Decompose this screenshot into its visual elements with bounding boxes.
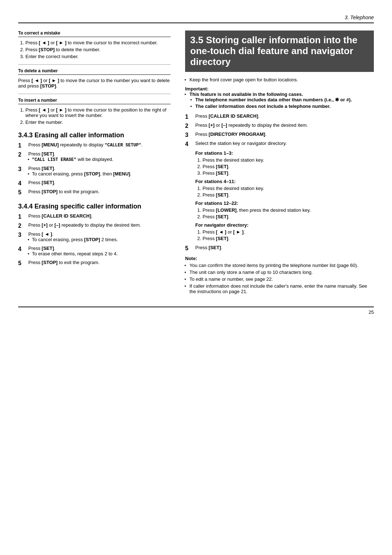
imp-bullet-1: This feature is not available in the fol…: [189, 92, 374, 109]
key-set-final: [SET]: [209, 245, 221, 250]
s13-step-1: Press the desired station key.: [203, 157, 374, 163]
left-column: To correct a mistake Press [ ◄ ] or [ ► …: [18, 31, 171, 296]
intro-bullet-1: Keep the front cover page open for butto…: [189, 77, 374, 82]
correct-mistake-step-3: Enter the correct number.: [25, 54, 171, 59]
sub-bullet-344-4: To erase other items, repeat steps 2 to …: [28, 251, 171, 256]
step-344-num-1: 1: [18, 213, 25, 220]
page-footer: 25: [18, 307, 374, 315]
navigator-dir-label: For navigator directory:: [195, 222, 374, 228]
heading-343: 3.4.3 Erasing all caller information: [18, 131, 171, 139]
insert-number-label: To insert a number: [18, 98, 171, 104]
stations-4-11-block: For stations 4–11: Press the desired sta…: [185, 179, 374, 198]
key-stop-6: [STOP]: [42, 260, 58, 265]
key-left-1: [ ◄ ]: [39, 40, 49, 45]
step-35-num-3: 3: [185, 131, 192, 138]
key-caller-id-2: [CALLER ID SEARCH]: [209, 113, 258, 119]
key-left-2: [ ◄ ]: [32, 78, 42, 83]
step-35-content-3: Press [DIRECTORY PROGRAM].: [195, 131, 374, 137]
stations-1-3-steps: Press the desired station key. Press [SE…: [195, 157, 374, 176]
key-set-2: [SET]: [42, 166, 54, 171]
dash-list: The telephone number includes data other…: [189, 97, 374, 109]
sub-344-4-1: To erase other items, repeat steps 2 to …: [32, 251, 171, 256]
step-content-4: Press [SET].: [28, 180, 171, 185]
s1222-step-1: Press [LOWER], then press the desired st…: [203, 207, 374, 213]
key-set-nav: [SET]: [216, 236, 228, 241]
step-344-num-2: 2: [18, 222, 25, 229]
step-343-1: 1 Press [MENU] repeatedly to display "CA…: [18, 142, 171, 149]
step-35-content-5: Press [SET].: [195, 245, 374, 250]
sub-bullet-3-1: To cancel erasing, press [STOP], then [M…: [32, 171, 171, 177]
heading-35-text: 3.5 Storing caller information into the …: [190, 35, 358, 67]
key-left-4: [ ◄ ]: [42, 231, 52, 237]
nav-step-1: Press [ ◄ ] or [ ► ].: [203, 229, 374, 235]
key-minus-2: [–]: [221, 122, 227, 128]
code-call-list: "CALL LIST ERASE": [32, 157, 76, 162]
step-content-5: Press [STOP] to exit the program.: [28, 189, 171, 194]
insert-step-1: Press [ ◄ ] or [ ► ] to move the cursor …: [25, 107, 171, 118]
stations-4-11-label: For stations 4–11:: [195, 179, 374, 184]
step-content-3: Press [SET]. To cancel erasing, press [S…: [28, 166, 171, 178]
key-lower: [LOWER]: [216, 207, 237, 213]
sub-bullet-2-1: "CALL LIST ERASE" will be displayed.: [32, 157, 171, 162]
step-num-2: 2: [18, 151, 25, 158]
s411-step-2: Press [SET].: [203, 192, 374, 198]
key-set-4: [SET]: [42, 246, 54, 251]
navigator-dir-block: For navigator directory: Press [ ◄ ] or …: [185, 222, 374, 241]
key-set-1: [SET]: [42, 151, 54, 157]
note-bullet-1: You can confirm the stored items by prin…: [189, 263, 374, 268]
step-35-content-1: Press [CALLER ID SEARCH].: [195, 113, 374, 119]
dash-item-1: The telephone number includes data other…: [195, 97, 374, 102]
intro-bullets: Keep the front cover page open for butto…: [185, 77, 374, 82]
step-35-1: 1 Press [CALLER ID SEARCH].: [185, 113, 374, 120]
step-344-3: 3 Press [ ◄ ]. To cancel erasing, press …: [18, 231, 171, 243]
step-344-4: 4 Press [SET]. To erase other items, rep…: [18, 246, 171, 258]
step-343-5: 5 Press [STOP] to exit the program.: [18, 189, 171, 196]
correct-mistake-steps: Press [ ◄ ] or [ ► ] to move the cursor …: [18, 40, 171, 59]
stations-12-22-steps: Press [LOWER], then press the desired st…: [195, 207, 374, 219]
step-344-content-1: Press [CALLER ID SEARCH].: [28, 213, 171, 219]
step-num-4: 4: [18, 180, 25, 187]
stations-1-3-block: For stations 1–3: Press the desired stat…: [185, 150, 374, 176]
key-set-3: [SET]: [42, 180, 54, 185]
heading-35: 3.5 Storing caller information into the …: [185, 31, 374, 72]
sub-bullet-3: To cancel erasing, press [STOP], then [M…: [28, 171, 171, 177]
step-344-content-2: Press [+] or [–] repeatedly to display t…: [28, 222, 171, 228]
important-block: Important: This feature is not available…: [185, 86, 374, 109]
step-344-content-4: Press [SET]. To erase other items, repea…: [28, 246, 171, 258]
correct-mistake-label: To correct a mistake: [18, 31, 171, 37]
step-35-num-1: 1: [185, 113, 192, 120]
step-num-5: 5: [18, 189, 25, 196]
step-344-num-4: 4: [18, 246, 25, 252]
navigator-dir-steps: Press [ ◄ ] or [ ► ]. Press [SET].: [195, 229, 374, 241]
section-343: 3.4.3 Erasing all caller information 1 P…: [18, 131, 171, 196]
insert-number-steps: Press [ ◄ ] or [ ► ] to move the cursor …: [18, 107, 171, 125]
step-35-4: 4 Select the station key or navigator di…: [185, 141, 374, 147]
note-bullet-2: The unit can only store a name of up to …: [189, 270, 374, 275]
insert-step-2: Enter the number.: [25, 119, 171, 125]
note-bullets: You can confirm the stored items by prin…: [185, 263, 374, 294]
right-column: 3.5 Storing caller information into the …: [185, 31, 374, 296]
sub-bullet-2: "CALL LIST ERASE" will be displayed.: [28, 157, 171, 162]
page-number: 25: [369, 309, 374, 315]
step-343-3: 3 Press [SET]. To cancel erasing, press …: [18, 166, 171, 178]
note-bullet-3: To edit a name or number, see page 22.: [189, 276, 374, 282]
step-num-1: 1: [18, 142, 25, 149]
delete-number-text: Press [ ◄ ] or [ ► ] to move the cursor …: [18, 78, 171, 89]
key-stop-4: [STOP]: [42, 189, 58, 194]
step-344-1: 1 Press [CALLER ID SEARCH].: [18, 213, 171, 220]
delete-number-label: To delete a number: [18, 68, 171, 75]
step-344-5: 5 Press [STOP] to exit the program.: [18, 260, 171, 267]
stations-12-22-label: For stations 12–22:: [195, 200, 374, 206]
important-bullets: This feature is not available in the fol…: [185, 92, 374, 109]
page-header: 3. Telephone: [18, 15, 374, 23]
key-right-2: [ ► ]: [49, 78, 59, 83]
header-title: 3. Telephone: [345, 15, 374, 20]
note-label: Note:: [185, 256, 197, 261]
s13-step-3: Press [SET].: [203, 170, 374, 176]
important-label: Important:: [185, 86, 208, 92]
section-344: 3.4.4 Erasing specific caller informatio…: [18, 203, 171, 267]
key-stop-3: [STOP]: [84, 171, 100, 177]
key-right-nav: [ ► ]: [233, 229, 244, 235]
step-content-1: Press [MENU] repeatedly to display "CALL…: [28, 142, 171, 148]
note-section: Note: You can confirm the stored items b…: [185, 256, 374, 294]
